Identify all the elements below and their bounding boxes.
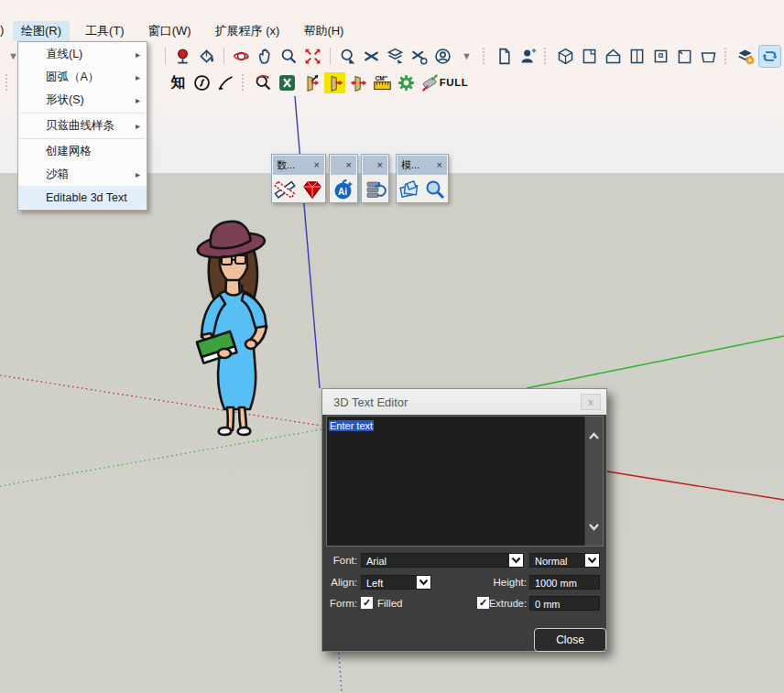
close-icon[interactable]: × bbox=[436, 160, 443, 170]
person-add-icon[interactable] bbox=[517, 46, 539, 67]
zoom-extents-icon[interactable] bbox=[302, 46, 323, 67]
draw-menu-item-6[interactable]: 创建网格 bbox=[18, 140, 147, 163]
toolbar-grip[interactable] bbox=[483, 48, 488, 64]
menubar-item-1[interactable]: 工具(T) bbox=[77, 21, 133, 41]
font-label: Font: bbox=[322, 553, 357, 568]
mini-toolbar-title: 数... bbox=[277, 158, 313, 172]
section-plane-icon[interactable] bbox=[337, 46, 358, 67]
extrude-input[interactable]: 0 mm bbox=[529, 596, 600, 611]
align-chevron-down-icon[interactable] bbox=[417, 576, 430, 589]
mini-toolbar-title-bar[interactable]: 数...× bbox=[273, 156, 324, 175]
mini-toolbar-2: × bbox=[361, 154, 389, 203]
view-bottom-icon[interactable] bbox=[698, 46, 719, 67]
pen-icon[interactable] bbox=[215, 72, 236, 93]
toolbar-grip[interactable] bbox=[724, 48, 730, 64]
x-gear-icon[interactable] bbox=[408, 46, 430, 67]
draw-menu-popup: 直线(L)▸圆弧（A）▸形状(S)▸贝兹曲线样条▸创建网格沙箱▸Editable… bbox=[17, 41, 147, 211]
height-input[interactable]: 1000 mm bbox=[529, 575, 600, 590]
account-icon[interactable] bbox=[432, 46, 453, 67]
close-button[interactable]: Close bbox=[534, 628, 606, 652]
draw-menu-item-8[interactable]: Editable 3d Text bbox=[18, 186, 147, 209]
ruby-icon[interactable] bbox=[300, 178, 324, 201]
font-select[interactable]: Arial bbox=[361, 553, 524, 568]
form-label: Form: bbox=[322, 596, 357, 611]
figure-right-shoe bbox=[238, 428, 250, 435]
text-entry-area[interactable]: Enter text bbox=[326, 416, 604, 547]
draw-menu-item-1[interactable]: 圆弧（A）▸ bbox=[18, 66, 147, 89]
toolbar-separator bbox=[223, 48, 224, 65]
submenu-arrow-icon: ▸ bbox=[136, 95, 140, 105]
filled-label: Filled bbox=[377, 596, 402, 611]
view-right-icon[interactable] bbox=[626, 46, 648, 67]
mini-toolbar-title-bar[interactable]: × bbox=[363, 156, 387, 175]
full-icon[interactable]: FULL bbox=[443, 72, 464, 93]
menu-item-label: 创建网格 bbox=[46, 144, 92, 159]
orbit-icon[interactable] bbox=[231, 46, 252, 67]
close-icon[interactable]: × bbox=[313, 160, 321, 170]
toolbar-grip[interactable] bbox=[242, 74, 247, 91]
draw-menu-item-2[interactable]: 形状(S)▸ bbox=[18, 89, 147, 112]
mini-toolbar-title-bar[interactable]: 模...× bbox=[397, 156, 447, 175]
close-icon[interactable]: × bbox=[376, 160, 384, 170]
font-chevron-down-icon[interactable] bbox=[509, 554, 523, 567]
caret-down-icon[interactable]: ▼ bbox=[456, 46, 477, 67]
eraser-icon[interactable] bbox=[419, 72, 441, 93]
x-blue-icon[interactable] bbox=[361, 46, 382, 67]
cm-ruler-icon[interactable]: CM″ bbox=[372, 72, 393, 93]
ai-apple-icon[interactable]: Ai bbox=[332, 178, 355, 201]
submenu-arrow-icon: ▸ bbox=[136, 121, 140, 131]
menubar-item-2[interactable]: 窗口(W) bbox=[140, 21, 200, 41]
selected-text: Enter text bbox=[329, 420, 374, 431]
filled-checkbox[interactable]: ✓ bbox=[361, 597, 373, 609]
view-front-icon[interactable] bbox=[603, 46, 624, 67]
draw-menu-item-0[interactable]: 直线(L)▸ bbox=[18, 43, 147, 66]
menubar-item-0[interactable]: 绘图(R) bbox=[13, 21, 70, 41]
zhi-icon[interactable]: 知 bbox=[168, 72, 189, 93]
swap-active-icon[interactable] bbox=[759, 46, 780, 67]
door-both-icon[interactable] bbox=[348, 72, 369, 93]
dialog-title-bar[interactable]: 3D Text Editor x bbox=[322, 389, 606, 415]
door-up-icon[interactable] bbox=[300, 72, 321, 93]
scrollbar[interactable] bbox=[584, 417, 603, 546]
door-hl-icon[interactable] bbox=[324, 72, 345, 93]
menu-separator bbox=[20, 113, 145, 114]
layers-icon[interactable] bbox=[385, 46, 406, 67]
crossed-tools-icon[interactable] bbox=[273, 178, 297, 201]
pin-icon[interactable] bbox=[172, 46, 193, 67]
excel-icon[interactable] bbox=[277, 72, 298, 93]
gear-green-icon[interactable] bbox=[396, 72, 417, 93]
mini-toolbar-title: 模... bbox=[401, 158, 436, 172]
dialog-close-icon[interactable]: x bbox=[581, 394, 601, 410]
figure-right-hand bbox=[245, 340, 256, 349]
bucket-icon[interactable] bbox=[196, 46, 217, 67]
scroll-up-icon[interactable] bbox=[585, 426, 603, 446]
view-left-icon[interactable] bbox=[674, 46, 695, 67]
model-stack-icon[interactable] bbox=[397, 178, 421, 201]
toolbar-grip[interactable] bbox=[544, 48, 550, 64]
doc-icon[interactable] bbox=[494, 46, 515, 67]
menubar-item-4[interactable]: 帮助(H) bbox=[295, 21, 352, 41]
mini-toolbar-title-bar[interactable]: × bbox=[331, 156, 356, 175]
close-icon[interactable]: × bbox=[345, 160, 353, 170]
server-refresh-icon[interactable] bbox=[364, 178, 387, 201]
view-iso-icon[interactable] bbox=[555, 46, 576, 67]
style-chevron-down-icon[interactable] bbox=[585, 554, 599, 567]
draw-menu-item-7[interactable]: 沙箱▸ bbox=[18, 163, 147, 186]
toolbar-separator bbox=[165, 48, 166, 65]
scroll-down-icon[interactable] bbox=[585, 516, 603, 536]
magnifier-blue-icon[interactable] bbox=[423, 178, 447, 201]
menubar-item-3[interactable]: 扩展程序 (x) bbox=[207, 21, 289, 41]
toolbar-grip[interactable] bbox=[5, 74, 11, 91]
height-label: Height: bbox=[451, 575, 527, 590]
mag-red-icon[interactable] bbox=[253, 72, 274, 93]
view-top-icon[interactable] bbox=[579, 46, 600, 67]
scribble-icon[interactable] bbox=[191, 72, 212, 93]
menubar-clipped-item[interactable]: ) bbox=[0, 23, 4, 37]
pan-icon[interactable] bbox=[255, 46, 276, 67]
draw-menu-item-4[interactable]: 贝兹曲线样条▸ bbox=[18, 114, 147, 137]
layers-play-icon[interactable] bbox=[735, 46, 757, 67]
view-back-icon[interactable] bbox=[650, 46, 671, 67]
person-figure-component[interactable] bbox=[174, 220, 293, 444]
magnifier-icon[interactable] bbox=[278, 46, 299, 67]
svg-text:Ai: Ai bbox=[338, 186, 347, 196]
